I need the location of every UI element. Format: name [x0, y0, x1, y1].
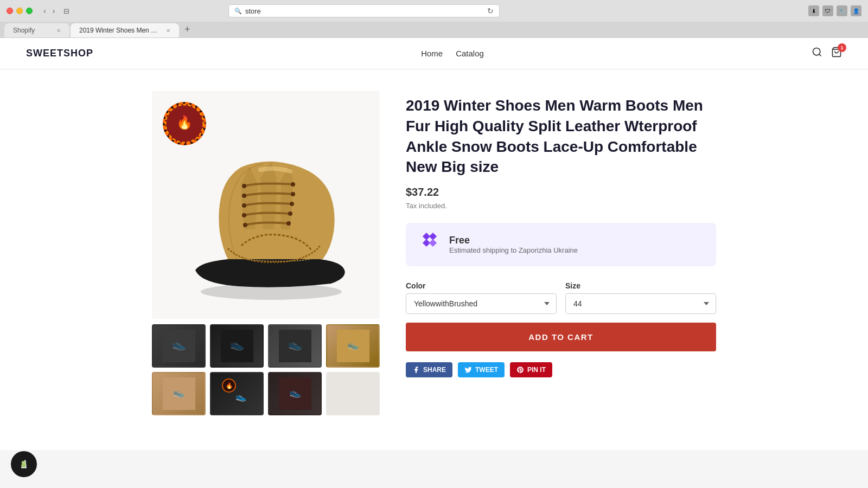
tab-list-button[interactable]: ⊟ — [61, 6, 72, 16]
thumbnail-4[interactable]: 👟 — [326, 324, 380, 368]
tab-product-label: 2019 Winter Shoes Men Warm Boots Men Fur… — [79, 27, 162, 34]
thumbnail-row-2: 👟 🔥 👟 👟 — [152, 372, 380, 415]
traffic-lights — [7, 8, 33, 14]
profile-icon[interactable]: 👤 — [851, 5, 861, 16]
svg-text:👟: 👟 — [289, 387, 302, 399]
nav-home[interactable]: Home — [421, 49, 443, 58]
product-price: $37.22 — [406, 186, 716, 198]
size-select[interactable]: 39 40 41 42 43 44 45 46 — [565, 293, 716, 314]
svg-point-9 — [242, 184, 246, 188]
pinterest-share-label: PIN IT — [527, 366, 546, 374]
browser-titlebar: ‹ › ⊟ 🔍 store ↻ ⬇ 🛡 🔧 👤 — [0, 0, 868, 22]
new-tab-button[interactable]: + — [180, 22, 195, 37]
header-icons: 1 — [812, 47, 842, 60]
cart-button[interactable]: 1 — [831, 47, 842, 60]
svg-point-11 — [242, 203, 246, 208]
twitter-share-label: TWEET — [475, 366, 498, 374]
fire-badge: 🔥 — [163, 102, 206, 145]
thumbnail-6[interactable]: 🔥 👟 — [210, 372, 264, 415]
add-to-cart-button[interactable]: ADD TO CART — [406, 323, 716, 351]
svg-text:👟: 👟 — [172, 337, 187, 351]
tab-shopify[interactable]: Shopify ✕ — [4, 23, 69, 37]
product-info: 2019 Winter Shoes Men Warm Boots Men Fur… — [406, 91, 716, 377]
svg-point-14 — [291, 182, 295, 187]
shield-icon[interactable]: 🛡 — [822, 5, 833, 16]
main-image: 🔥 — [152, 91, 380, 319]
product-title: 2019 Winter Shoes Men Warm Boots Men Fur… — [406, 95, 716, 177]
thumbnail-5[interactable]: 👟 — [152, 372, 206, 415]
svg-text:👟: 👟 — [288, 337, 303, 351]
twitter-share-button[interactable]: TWEET — [458, 362, 505, 377]
back-button[interactable]: ‹ — [41, 5, 48, 16]
address-bar[interactable]: 🔍 store ↻ — [228, 4, 500, 17]
shipping-icon — [419, 234, 441, 255]
shipping-banner: Free Estimated shipping to Zaporizhia Uk… — [406, 223, 716, 266]
color-group: Color YellowwithBrushed BlackwithBrushed… — [406, 281, 557, 314]
shipping-free-label: Free — [449, 235, 578, 246]
size-group: Size 39 40 41 42 43 44 45 46 — [565, 281, 716, 314]
thumbnail-8[interactable] — [326, 372, 380, 415]
site-logo: SWEETSHOP — [26, 48, 93, 59]
refresh-button[interactable]: ↻ — [487, 7, 494, 15]
svg-point-18 — [286, 221, 291, 226]
tab-close-shopify[interactable]: ✕ — [56, 28, 61, 34]
svg-point-13 — [243, 223, 247, 227]
facebook-share-button[interactable]: SHARE — [406, 362, 452, 377]
product-section: 🔥 — [108, 69, 760, 437]
shipping-detail: Estimated shipping to Zaporizhia Ukraine — [449, 246, 578, 254]
size-label: Size — [565, 281, 716, 290]
pinterest-icon — [516, 366, 524, 374]
thumbnail-1[interactable]: 👟 — [152, 324, 206, 368]
shipping-text: Free Estimated shipping to Zaporizhia Uk… — [449, 235, 578, 254]
thumbnail-7[interactable]: 👟 — [268, 372, 322, 415]
thumbnail-2[interactable]: 👟 — [210, 324, 264, 368]
tab-shopify-label: Shopify — [13, 27, 35, 34]
pinterest-share-button[interactable]: PIN IT — [510, 362, 552, 377]
svg-text:👟: 👟 — [347, 339, 360, 351]
search-button[interactable] — [812, 47, 822, 60]
svg-point-16 — [290, 202, 294, 206]
toolbar-right: ⬇ 🛡 🔧 👤 — [808, 5, 861, 16]
site-header: SWEETSHOP Home Catalog 1 — [0, 38, 868, 69]
minimize-window-button[interactable] — [16, 8, 23, 14]
extensions-icon[interactable]: 🔧 — [837, 5, 847, 16]
browser-tabs: Shopify ✕ 2019 Winter Shoes Men Warm Boo… — [0, 22, 868, 37]
facebook-share-label: SHARE — [423, 366, 446, 374]
svg-text:👟: 👟 — [235, 391, 247, 402]
tax-note: Tax included. — [406, 202, 716, 210]
share-buttons: SHARE TWEET PIN IT — [406, 362, 716, 377]
forward-button[interactable]: › — [50, 5, 58, 16]
svg-point-0 — [813, 48, 820, 55]
svg-text:🔥: 🔥 — [176, 114, 193, 130]
svg-point-15 — [291, 192, 295, 196]
svg-point-10 — [242, 194, 246, 198]
search-icon: 🔍 — [234, 8, 242, 15]
page-content: SWEETSHOP Home Catalog 1 — [0, 38, 868, 450]
thumbnail-3[interactable]: 👟 — [268, 324, 322, 368]
variant-selects: Color YellowwithBrushed BlackwithBrushed… — [406, 281, 716, 314]
browser-nav-buttons: ‹ › — [41, 5, 57, 16]
browser-chrome: ‹ › ⊟ 🔍 store ↻ ⬇ 🛡 🔧 👤 Shopify ✕ 2019 W… — [0, 0, 868, 38]
twitter-icon — [464, 366, 472, 374]
maximize-window-button[interactable] — [26, 8, 33, 14]
site-nav: Home Catalog — [421, 49, 484, 58]
svg-text:👟: 👟 — [230, 337, 245, 351]
color-label: Color — [406, 281, 557, 290]
tab-close-product[interactable]: ✕ — [166, 28, 170, 34]
nav-catalog[interactable]: Catalog — [456, 49, 484, 58]
close-window-button[interactable] — [7, 8, 13, 14]
tab-product[interactable]: 2019 Winter Shoes Men Warm Boots Men Fur… — [71, 23, 179, 37]
product-gallery: 🔥 — [152, 91, 380, 415]
cart-badge: 1 — [838, 43, 846, 52]
color-select[interactable]: YellowwithBrushed BlackwithBrushed DarkB… — [406, 293, 557, 314]
address-text: store — [245, 7, 261, 15]
svg-point-12 — [242, 213, 246, 217]
facebook-icon — [412, 366, 420, 374]
svg-text:👟: 👟 — [173, 387, 186, 399]
thumbnail-row-1: 👟 👟 👟 — [152, 324, 380, 368]
download-icon[interactable]: ⬇ — [808, 5, 819, 16]
svg-point-17 — [288, 211, 292, 216]
svg-text:🔥: 🔥 — [225, 382, 233, 389]
